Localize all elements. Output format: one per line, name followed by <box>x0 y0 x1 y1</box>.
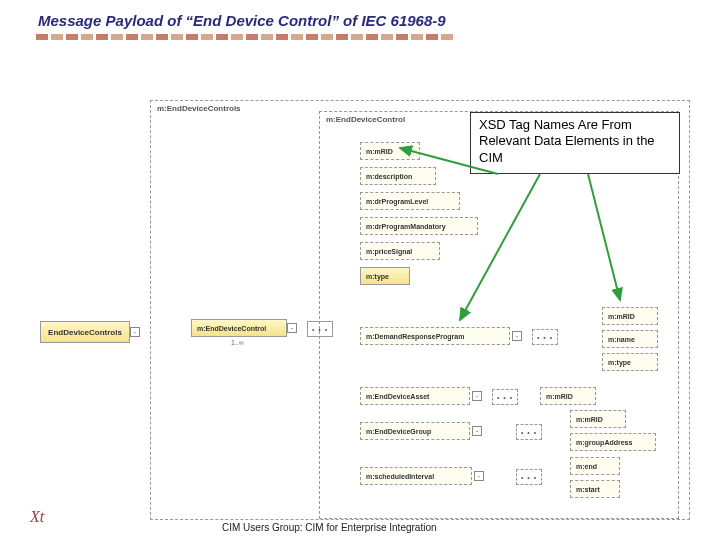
end-device-control-node: m:EndDeviceControl <box>191 319 287 337</box>
leaf-mrid: m:mRID <box>360 142 420 160</box>
root-node: EndDeviceControls <box>40 321 130 343</box>
expand-icon: - <box>472 426 482 436</box>
drp-mrid: m:mRID <box>602 307 658 325</box>
leaf-drprogrammandatory: m:drProgramMandatory <box>360 217 478 235</box>
outer-label: m:EndDeviceControls <box>157 104 241 113</box>
sequence-icon <box>532 329 558 345</box>
group-address: m:groupAddress <box>570 433 656 451</box>
sched-start: m:start <box>570 480 620 498</box>
expand-icon: - <box>130 327 140 337</box>
page-title: Message Payload of “End Device Control” … <box>38 12 446 29</box>
leaf-type: m:type <box>360 267 410 285</box>
drp-name: m:name <box>602 330 658 348</box>
group-node: m:EndDeviceGroup <box>360 422 470 440</box>
sequence-icon <box>516 469 542 485</box>
leaf-pricesignal: m:priceSignal <box>360 242 440 260</box>
logo: Xt <box>30 508 44 526</box>
title-underline <box>36 34 486 40</box>
asset-node: m:EndDeviceAsset <box>360 387 470 405</box>
sched-end: m:end <box>570 457 620 475</box>
expand-icon: - <box>287 323 297 333</box>
group-mrid: m:mRID <box>570 410 626 428</box>
asset-mrid: m:mRID <box>540 387 596 405</box>
leaf-description: m:description <box>360 167 436 185</box>
sequence-icon <box>516 424 542 440</box>
drp-node: m:DemandResponseProgram <box>360 327 510 345</box>
leaf-drprogramlevel: m:drProgramLevel <box>360 192 460 210</box>
callout-box: XSD Tag Names Are From Relevant Data Ele… <box>470 112 680 174</box>
footer-text: CIM Users Group: CIM for Enterprise Inte… <box>222 522 437 533</box>
expand-icon: - <box>472 391 482 401</box>
expand-icon: - <box>512 331 522 341</box>
sequence-icon <box>492 389 518 405</box>
multiplicity: 1..∞ <box>231 339 244 346</box>
inner-label: m:EndDeviceControl <box>326 115 405 124</box>
sched-node: m:scheduledInterval <box>360 467 472 485</box>
drp-type: m:type <box>602 353 658 371</box>
expand-icon: - <box>474 471 484 481</box>
